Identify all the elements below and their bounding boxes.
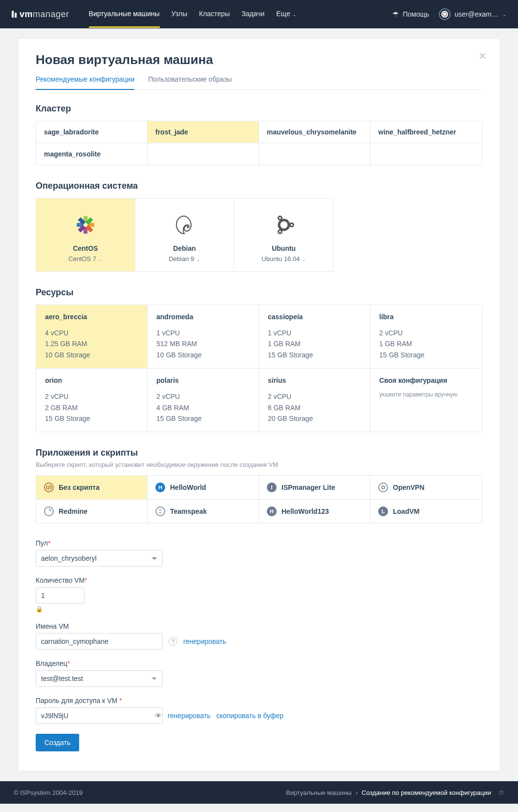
page-title: Новая виртуальная машина (36, 52, 482, 67)
breadcrumb-item[interactable]: Виртуальные машины (286, 789, 352, 796)
cluster-grid: sage_labradorite frost_jade mauvelous_ch… (36, 121, 482, 165)
breadcrumb-item-active: Создание по рекомендуемой конфигурации (362, 789, 491, 796)
owner-select[interactable]: test@test.test (36, 670, 163, 687)
app-icon: L (378, 506, 388, 516)
tab-custom-images[interactable]: Пользовательские образы (148, 75, 232, 90)
resource-option[interactable]: libra 2 vCPU 1 GB RAM 15 GB Storage (370, 305, 482, 369)
openvpn-icon (378, 483, 388, 492)
app-header: vmmanager Виртуальные машины Узлы Класте… (0, 0, 518, 28)
os-option-centos[interactable]: CentOS CentOS 7 ⌄ (36, 198, 135, 271)
os-title: Операционная система (36, 181, 482, 191)
resource-option[interactable]: orion 2 vCPU 2 GB RAM 15 GB Storage (36, 369, 148, 432)
nav-more[interactable]: Еще ⌄ (276, 1, 296, 28)
nav-clusters[interactable]: Кластеры (199, 1, 230, 28)
os-version-select[interactable]: Ubuntu 16.04 ⌄ (242, 255, 325, 263)
nav-vms[interactable]: Виртуальные машины (89, 1, 160, 28)
owner-label: Владелец* (36, 659, 482, 667)
chevron-down-icon: ⌄ (301, 257, 306, 262)
os-name: CentOS (44, 244, 127, 252)
help-link[interactable]: ☂ Помощь (392, 10, 429, 18)
tab-recommended[interactable]: Рекомендуемые конфигурации (36, 75, 134, 90)
os-version-select[interactable]: CentOS 7 ⌄ (44, 255, 127, 263)
user-menu[interactable]: user@exam… ⌄ (439, 8, 506, 20)
chevron-down-icon: ⌄ (97, 257, 103, 262)
pool-select[interactable]: aelon_chrysoberyl (36, 550, 163, 567)
pool-label: Пул* (36, 539, 482, 547)
chevron-down-icon: ⌄ (502, 12, 506, 17)
nav-tasks[interactable]: Задачи (241, 1, 264, 28)
app-option-none[interactable]: Без скрипта (36, 476, 148, 500)
resource-option[interactable]: polaris 2 vCPU 4 GB RAM 15 GB Storage (148, 369, 259, 432)
copy-password-link[interactable]: скопировать в буфер (216, 712, 283, 720)
copyright: © ISPsystem 2004-2019 (14, 789, 83, 796)
app-icon: I (267, 483, 277, 492)
svg-point-12 (291, 224, 293, 226)
eye-icon[interactable]: 👁 (155, 712, 162, 720)
generate-password-link[interactable]: генерировать (168, 712, 211, 720)
os-option-ubuntu[interactable]: Ubuntu Ubuntu 16.04 ⌄ (234, 198, 333, 271)
names-label: Имена VM (36, 622, 482, 630)
os-name: Debian (143, 244, 226, 252)
resource-option[interactable]: sirius 2 vCPU 6 GB RAM 20 GB Storage (259, 369, 370, 432)
lock-icon: 🔒 (36, 606, 482, 613)
cluster-option[interactable]: wine_halfbreed_hetzner (370, 121, 482, 143)
cluster-option[interactable]: frost_jade (148, 121, 259, 143)
help-icon[interactable]: ? (169, 637, 177, 646)
app-option[interactable]: Teamspeak (148, 500, 259, 523)
app-option[interactable]: L LoadVM (370, 500, 482, 523)
os-name: Ubuntu (242, 244, 325, 252)
svg-point-13 (279, 217, 281, 219)
chevron-down-icon: ⌄ (292, 12, 296, 17)
config-tabs: Рекомендуемые конфигурации Пользовательс… (36, 75, 482, 90)
count-label: Количество VM* (36, 576, 482, 584)
app-option[interactable]: Redmine (36, 500, 148, 523)
star-icon[interactable]: ☆ (498, 788, 504, 797)
nav-nodes[interactable]: Узлы (172, 1, 188, 28)
svg-point-8 (279, 220, 289, 230)
create-vm-card: × Новая виртуальная машина Рекомендуемые… (18, 38, 500, 771)
close-button[interactable]: × (479, 49, 486, 62)
password-label: Пароль для доступа к VM * (36, 697, 482, 704)
os-version-select[interactable]: Debian 9 ⌄ (143, 255, 226, 263)
debian-icon (143, 212, 226, 238)
os-grid: CentOS CentOS 7 ⌄ Debian Debian 9 ⌄ Ubun… (36, 198, 334, 272)
cluster-title: Кластер (36, 104, 482, 114)
resource-option[interactable]: aero_breccia 4 vCPU 1.25 GB RAM 10 GB St… (36, 305, 148, 369)
app-icon: H (267, 506, 277, 516)
cluster-option[interactable]: sage_labradorite (36, 121, 148, 143)
cluster-option[interactable]: magenta_rosolite (36, 143, 148, 165)
os-option-debian[interactable]: Debian Debian 9 ⌄ (135, 198, 235, 271)
apps-subtitle: Выберите скрипт, который установит необх… (36, 461, 482, 468)
redmine-icon (44, 506, 54, 516)
logo[interactable]: vmmanager (12, 9, 69, 20)
apps-grid: Без скрипта H HelloWorld I ISPmanager Li… (36, 475, 482, 524)
svg-point-14 (279, 231, 281, 233)
password-input[interactable] (36, 707, 163, 724)
resource-option[interactable]: andromeda 1 vCPU 512 MB RAM 10 GB Storag… (148, 305, 259, 369)
app-option[interactable]: OpenVPN (370, 476, 482, 500)
logo-text-thin: manager (33, 9, 69, 19)
no-script-icon (44, 483, 54, 492)
logo-text-bold: vm (20, 9, 33, 19)
app-option[interactable]: I ISPmanager Lite (259, 476, 370, 500)
create-button[interactable]: Создать (36, 734, 79, 751)
chevron-down-icon: ⌄ (195, 257, 200, 262)
app-option[interactable]: H HelloWorld (148, 476, 259, 500)
teamspeak-icon (155, 506, 165, 516)
breadcrumb: Виртуальные машины › Создание по рекомен… (286, 788, 504, 797)
count-input[interactable] (36, 587, 85, 604)
user-label: user@exam… (454, 10, 498, 18)
resources-grid: aero_breccia 4 vCPU 1.25 GB RAM 10 GB St… (36, 305, 482, 432)
help-label: Помощь (403, 10, 429, 18)
centos-icon (44, 212, 127, 238)
ubuntu-icon (242, 212, 325, 238)
cluster-option[interactable]: mauvelous_chrysomelanite (259, 121, 370, 143)
names-input[interactable] (36, 633, 163, 650)
svg-point-15 (382, 486, 385, 489)
generate-names-link[interactable]: генерировать (183, 637, 226, 645)
resource-option-custom[interactable]: Своя конфигурация укажите параметры вруч… (370, 369, 482, 432)
resource-option[interactable]: cassiopeia 1 vCPU 1 GB RAM 15 GB Storage (259, 305, 370, 369)
resources-title: Ресурсы (36, 287, 482, 298)
avatar-icon (439, 8, 451, 20)
app-option[interactable]: H HelloWorld123 (259, 500, 370, 523)
